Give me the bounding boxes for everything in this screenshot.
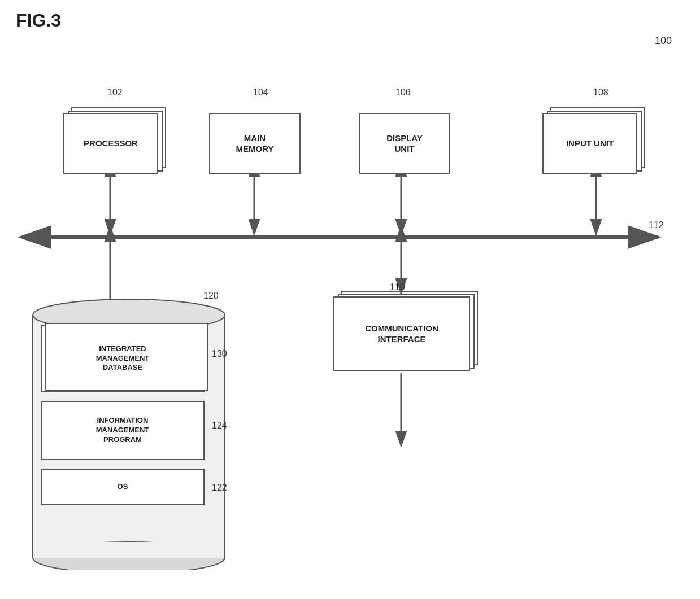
svg-rect-14 <box>33 542 225 558</box>
comm-interface-box: COMMUNICATION INTERFACE <box>333 296 470 371</box>
ref-102: 102 <box>107 88 123 98</box>
processor-box: PROCESSOR <box>63 113 158 174</box>
ref-124: 124 <box>212 421 227 431</box>
diagram: FIG.3 100 <box>0 0 700 599</box>
ref-108: 108 <box>593 88 608 98</box>
ref-130: 130 <box>212 349 227 359</box>
info-mgmt-box: INFORMATION MANAGEMENT PROGRAM <box>41 401 205 460</box>
display-unit-box: DISPLAY UNIT <box>359 113 450 174</box>
ref-104: 104 <box>253 88 268 98</box>
ref-106: 106 <box>395 88 411 98</box>
input-unit-box: INPUT UNIT <box>542 113 637 174</box>
ref-122: 122 <box>212 483 227 493</box>
ref-100: 100 <box>655 35 672 47</box>
os-box: OS <box>41 469 205 505</box>
ref-110: 110 <box>390 282 405 292</box>
ref-120: 120 <box>203 291 219 301</box>
main-memory-box: MAIN MEMORY <box>209 113 301 174</box>
integrated-db-box: INTEGRATED MANAGEMENT DATABASE <box>41 325 205 392</box>
ref-112: 112 <box>649 220 664 230</box>
figure-title: FIG.3 <box>16 10 61 31</box>
